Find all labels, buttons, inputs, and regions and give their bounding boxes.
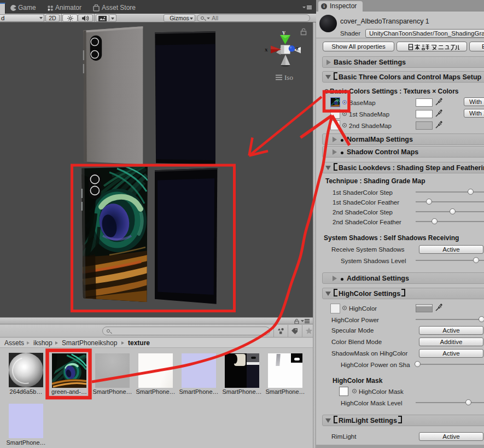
svg-text:z: z [296,45,299,51]
svg-text:x: x [265,46,268,53]
svg-text:Iso: Iso [284,73,293,82]
svg-text:y: y [282,28,285,36]
